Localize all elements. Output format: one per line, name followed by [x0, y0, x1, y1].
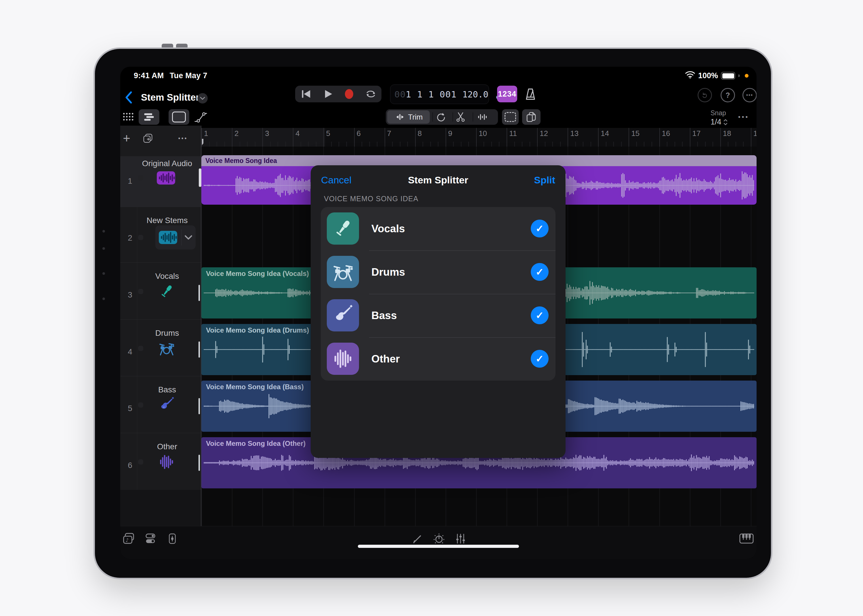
track-name: New Stems	[137, 216, 197, 225]
track-name: Vocals	[137, 272, 197, 281]
region-selected-header[interactable]: Voice Memo Song Idea	[202, 155, 757, 166]
ruler-minor-tick	[636, 142, 637, 146]
copy-paste-button[interactable]	[522, 109, 540, 125]
knob-controls-button[interactable]	[432, 531, 446, 546]
record-button[interactable]	[342, 86, 357, 102]
region-anchor-tick	[198, 285, 200, 301]
ruler-bar-number: 9	[448, 129, 452, 138]
loop-browser-button[interactable]: ♪	[121, 531, 136, 546]
plugin-fader-button[interactable]	[165, 531, 180, 546]
duplicate-track-button[interactable]	[142, 132, 154, 145]
bass-icon	[332, 304, 354, 327]
track-header-panel: + ••• 1Original Audio2New Stems3Vocals4D…	[120, 126, 202, 526]
ruler-minor-tick	[239, 142, 240, 146]
page-background: 9:41 AM Tue May 7 100%	[0, 0, 863, 616]
rewind-button[interactable]	[298, 86, 314, 102]
stem-row-vocals[interactable]: Vocals✓	[321, 207, 556, 250]
track-header-original-audio[interactable]: 1Original Audio	[120, 156, 201, 207]
track-header-other[interactable]: 6Other	[120, 433, 201, 490]
toolbar-more-button[interactable]: •••	[738, 113, 749, 121]
track-header-vocals[interactable]: 3Vocals	[120, 262, 201, 319]
ruler-bar-number: 18	[723, 129, 731, 138]
track-waveform-tile-icon	[157, 171, 175, 185]
ruler-minor-tick	[644, 142, 644, 146]
ruler-minor-tick	[346, 142, 347, 146]
ruler-minor-tick	[217, 142, 217, 146]
add-track-button[interactable]: +	[120, 132, 133, 145]
cycle-button[interactable]	[363, 86, 379, 102]
track-name: Other	[137, 442, 197, 451]
stem-row-drums[interactable]: Drums✓	[321, 250, 556, 294]
bar-ruler[interactable]: 12345678910111213141516171819	[202, 128, 757, 147]
ruler-minor-tick	[697, 142, 698, 146]
ipad-screen: 9:41 AM Tue May 7 100%	[120, 67, 757, 559]
stem-row-other[interactable]: Other✓	[321, 337, 556, 380]
ruler-minor-tick	[552, 142, 553, 146]
home-indicator[interactable]	[358, 545, 519, 548]
undo-button[interactable]	[698, 88, 712, 102]
play-button[interactable]	[320, 86, 335, 102]
marquee-select-button[interactable]	[502, 109, 519, 125]
regions-view-button[interactable]	[169, 109, 189, 125]
ruler-minor-tick	[369, 142, 370, 146]
track-expand-chevron-icon[interactable]	[184, 234, 193, 240]
back-button[interactable]	[124, 91, 134, 104]
ruler-minor-tick	[583, 142, 583, 146]
ruler-bar-tick	[476, 128, 477, 146]
track-header-drums[interactable]: 4Drums	[120, 319, 201, 376]
lcd-display[interactable]: 001 1 1 001 120.0 4/4 C maj	[390, 85, 489, 104]
loop-tool-button[interactable]	[435, 111, 446, 123]
snap-control[interactable]: Snap 1/4	[710, 109, 728, 126]
ipad-device-frame: 9:41 AM Tue May 7 100%	[95, 49, 771, 578]
tracks-view-button[interactable]	[139, 109, 159, 125]
stem-checkbox-bass[interactable]: ✓	[531, 306, 549, 324]
title-chevron-button[interactable]	[197, 93, 208, 104]
stem-tile-bass	[327, 299, 359, 332]
track-panel-more-button[interactable]: •••	[176, 132, 189, 145]
controls-toggles-button[interactable]	[143, 531, 157, 546]
trim-tool-button[interactable]: Trim	[387, 110, 430, 124]
split-button[interactable]: Split	[534, 174, 555, 186]
ruler-minor-tick	[514, 142, 515, 146]
track-header-new-stems[interactable]: 2New Stems	[120, 207, 201, 262]
ruler-bar-tick	[751, 128, 751, 146]
ruler-bar-tick	[262, 128, 263, 146]
stem-list: Vocals✓Drums✓Bass✓Other✓	[321, 207, 556, 380]
track-header-bass[interactable]: 5Bass	[120, 376, 201, 433]
eq-icon	[158, 453, 175, 471]
ruler-minor-tick	[735, 142, 736, 146]
split-tool-button[interactable]	[455, 111, 466, 123]
pencil-edit-button[interactable]	[410, 531, 425, 546]
more-options-button[interactable]: •••	[742, 88, 757, 102]
metronome-button[interactable]	[523, 87, 538, 102]
ruler-minor-tick	[621, 142, 622, 146]
stem-checkbox-drums[interactable]: ✓	[531, 263, 549, 281]
project-title[interactable]: Stem Splitter	[141, 92, 200, 103]
track-status-dot	[138, 235, 143, 240]
ruler-bar-number: 15	[631, 129, 639, 138]
count-in-button[interactable]: 1234	[497, 86, 517, 102]
lcd-dim-digits: 00	[394, 89, 406, 99]
region-trim-handle[interactable]	[199, 168, 202, 187]
stem-checkbox-other[interactable]: ✓	[531, 350, 549, 368]
grid-view-button[interactable]	[120, 109, 136, 125]
ruler-minor-tick	[529, 142, 530, 146]
ruler-minor-tick	[591, 142, 591, 146]
keyboard-button[interactable]	[739, 531, 754, 546]
ruler-bar-tick	[202, 128, 202, 146]
svg-text:♪: ♪	[125, 537, 129, 543]
help-button[interactable]: ?	[721, 88, 735, 102]
region-anchor-tick	[198, 398, 200, 414]
track-status-dot	[138, 289, 143, 294]
stem-checkbox-vocals[interactable]: ✓	[531, 220, 549, 237]
mixer-button[interactable]	[454, 531, 468, 546]
ruler-minor-tick	[316, 142, 317, 146]
gain-tool-button[interactable]	[477, 111, 488, 123]
track-status-dot	[138, 175, 143, 181]
marquee-icon	[505, 112, 516, 122]
automation-button[interactable]	[192, 109, 210, 125]
dialog-section-label: VOICE MEMO SONG IDEA	[324, 195, 418, 203]
tool-group: Trim	[386, 109, 498, 125]
stem-row-bass[interactable]: Bass✓	[321, 294, 556, 337]
transport-controls	[295, 86, 381, 102]
